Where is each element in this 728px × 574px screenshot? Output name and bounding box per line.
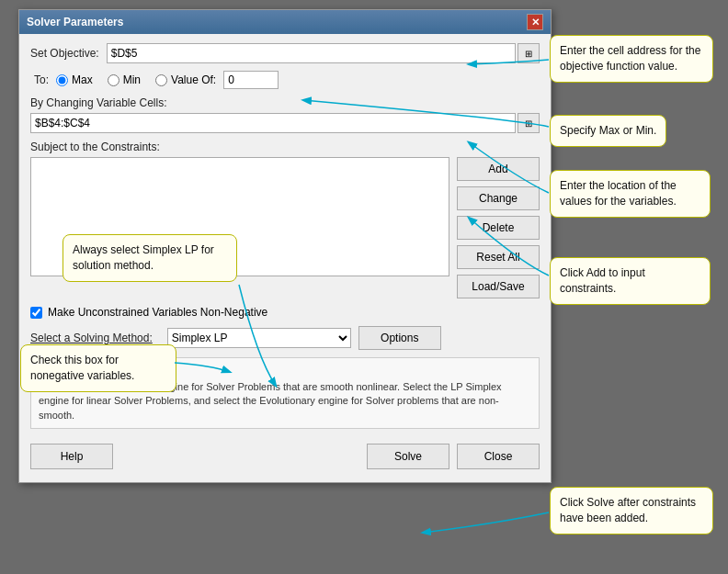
by-changing-input[interactable] xyxy=(30,113,516,133)
checkbox-row: Make Unconstrained Variables Non-Negativ… xyxy=(30,306,540,319)
to-radio-group: Max Min Value Of: xyxy=(56,71,279,89)
options-button[interactable]: Options xyxy=(358,326,441,350)
dialog-title: Solver Parameters xyxy=(27,16,123,28)
subject-to-label: Subject to the Constraints: xyxy=(30,141,540,153)
radio-max[interactable]: Max xyxy=(56,73,93,86)
constraints-buttons: Add Change Delete Reset All Load/Save xyxy=(457,157,540,298)
radio-value-of-input[interactable] xyxy=(155,74,167,86)
solve-button[interactable]: Solve xyxy=(367,444,449,469)
close-dialog-button[interactable]: Close xyxy=(457,444,540,469)
callout-nonnegative: Check this box for nonegative variables. xyxy=(20,344,176,392)
title-bar: Solver Parameters ✕ xyxy=(19,10,551,34)
solving-method-label: Select a Solving Method: xyxy=(30,332,153,344)
radio-min-input[interactable] xyxy=(108,74,119,86)
callout-specify: Specify Max or Min. xyxy=(550,115,666,147)
set-objective-input[interactable] xyxy=(107,43,516,63)
load-save-button[interactable]: Load/Save xyxy=(457,275,540,298)
radio-max-input[interactable] xyxy=(56,74,68,86)
bottom-btn-group: Solve Close xyxy=(367,444,540,469)
radio-value-of[interactable]: Value Of: xyxy=(155,71,279,89)
radio-max-label: Max xyxy=(72,73,93,86)
by-changing-label: By Changing Variable Cells: xyxy=(30,96,540,109)
radio-min-label: Min xyxy=(123,73,141,86)
add-button[interactable]: Add xyxy=(457,157,540,181)
set-objective-cell-button[interactable]: ⊞ xyxy=(518,43,540,63)
callout-add-constraints: Click Add to input constraints. xyxy=(550,257,711,305)
callout-objective: Enter the cell address for the objective… xyxy=(550,35,713,83)
radio-value-of-label: Value Of: xyxy=(171,73,216,86)
by-changing-cell-button[interactable]: ⊞ xyxy=(518,113,540,133)
delete-button[interactable]: Delete xyxy=(457,216,540,240)
nonnegative-label: Make Unconstrained Variables Non-Negativ… xyxy=(48,306,267,319)
callout-solve: Click Solve after constraints have been … xyxy=(550,487,713,535)
to-label: To: xyxy=(34,73,49,86)
help-button[interactable]: Help xyxy=(30,444,113,469)
close-button[interactable]: ✕ xyxy=(527,14,543,30)
set-objective-row: Set Objective: ⊞ xyxy=(30,43,540,63)
callout-simplex: Always select Simplex LP for solution me… xyxy=(63,234,237,282)
by-changing-row: ⊞ xyxy=(30,113,540,133)
to-row: To: Max Min Value Of: xyxy=(30,71,540,89)
value-of-input[interactable] xyxy=(223,71,279,89)
nonnegative-checkbox[interactable] xyxy=(30,307,42,319)
callout-variables: Enter the location of the values for the… xyxy=(550,170,711,218)
change-button[interactable]: Change xyxy=(457,186,540,210)
radio-min[interactable]: Min xyxy=(108,73,141,86)
solving-method-select[interactable]: Simplex LP GRG Nonlinear Evolutionary xyxy=(167,328,351,348)
reset-all-button[interactable]: Reset All xyxy=(457,245,540,269)
bottom-buttons: Help Solve Close xyxy=(30,438,540,473)
set-objective-label: Set Objective: xyxy=(30,47,99,60)
